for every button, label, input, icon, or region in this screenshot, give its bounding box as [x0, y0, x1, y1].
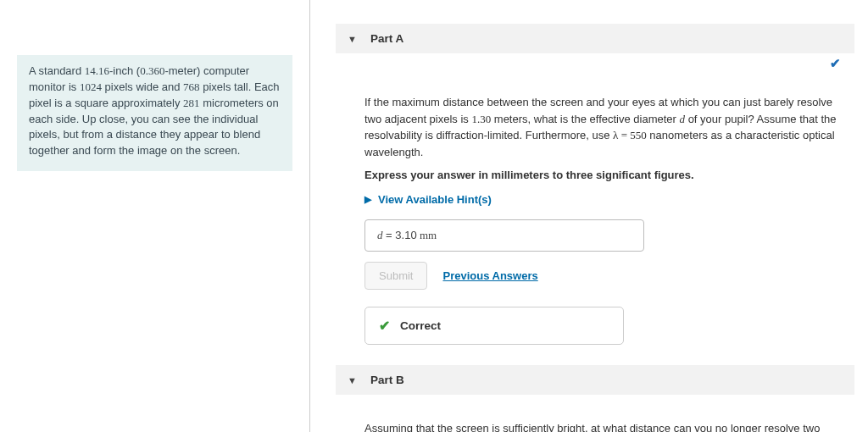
- submit-button[interactable]: Submit: [364, 262, 427, 290]
- check-icon: ✔: [379, 318, 390, 334]
- part-a-title: Part A: [370, 32, 403, 45]
- answer-unit: mm: [417, 229, 437, 241]
- part-b-section: ▼ Part B Assuming that the screen is suf…: [336, 365, 854, 432]
- view-hints-link[interactable]: ▶ View Available Hint(s): [364, 193, 837, 206]
- intro-text-1: A standard: [29, 64, 85, 77]
- caret-down-icon: ▼: [348, 34, 357, 44]
- intro-size-inch: 14.16: [85, 64, 109, 77]
- intro-px-w: 1024: [80, 80, 102, 93]
- part-b-header[interactable]: ▼ Part B: [336, 365, 854, 395]
- problem-intro-text: A standard 14.16-inch (0.360-meter) comp…: [17, 55, 292, 171]
- part-a-body: If the maximum distance between the scre…: [336, 53, 854, 345]
- caret-right-icon: ▶: [364, 194, 371, 205]
- part-b-body: Assuming that the screen is sufficiently…: [336, 395, 854, 432]
- feedback-label: Correct: [400, 319, 441, 332]
- checkmark-icon: ✔: [830, 56, 841, 71]
- part-a-section: ▼ Part A ✔ If the maximum distance betwe…: [336, 24, 854, 345]
- part-a-instructions: Express your answer in millimeters to th…: [364, 169, 837, 181]
- action-row: Submit Previous Answers: [364, 262, 837, 290]
- part-a-header[interactable]: ▼ Part A: [336, 24, 854, 53]
- answer-value: 3.10: [395, 229, 416, 241]
- previous-answers-link[interactable]: Previous Answers: [442, 269, 537, 282]
- question-column: ▼ Part A ✔ If the maximum distance betwe…: [310, 0, 868, 432]
- qa-text-2: meters, what is the effective diameter: [491, 113, 679, 125]
- answer-display: d = 3.10 mm: [364, 219, 644, 252]
- intro-um: 281: [183, 97, 200, 109]
- intro-px-h: 768: [183, 80, 200, 93]
- qa-dist: 1.30: [471, 113, 491, 125]
- caret-down-icon: ▼: [348, 375, 357, 385]
- feedback-correct: ✔ Correct: [364, 307, 624, 345]
- hints-label: View Available Hint(s): [378, 193, 492, 206]
- qa-lambda: λ = 550: [613, 129, 647, 141]
- intro-text-2: -inch (: [109, 64, 140, 77]
- answer-eq: =: [383, 229, 396, 241]
- part-b-title: Part B: [370, 374, 404, 386]
- part-b-question: Assuming that the screen is sufficiently…: [364, 420, 837, 432]
- intro-text-4: pixels wide and: [102, 80, 183, 93]
- problem-intro-column: A standard 14.16-inch (0.360-meter) comp…: [0, 0, 309, 432]
- intro-size-m: 0.360: [140, 64, 164, 77]
- part-a-question: If the maximum distance between the scre…: [364, 94, 837, 160]
